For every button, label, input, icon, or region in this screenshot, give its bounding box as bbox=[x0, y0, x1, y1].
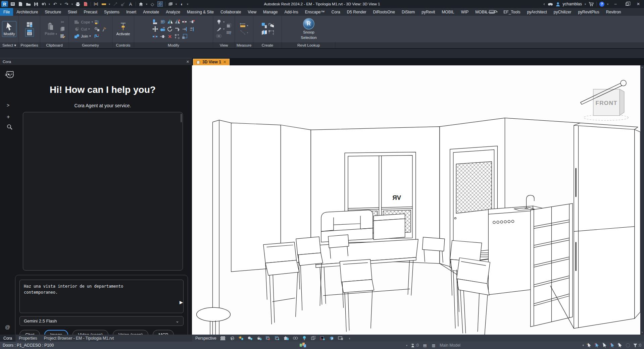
ribbon-tab[interactable]: MOBIL bbox=[438, 8, 457, 16]
ribbon-tab[interactable]: Structure bbox=[41, 8, 64, 16]
mode-button[interactable]: Voice (soon) bbox=[113, 330, 148, 335]
sync-caret-icon[interactable]: ▾ bbox=[49, 1, 50, 7]
close-button[interactable]: ✕ bbox=[634, 1, 643, 7]
offset-type-icon[interactable] bbox=[94, 19, 100, 25]
mirror-axis-icon[interactable] bbox=[167, 19, 173, 24]
measure-caret2-icon[interactable]: ▾ bbox=[247, 24, 248, 27]
paint-caret-icon[interactable]: ▾ bbox=[223, 27, 225, 31]
ribbon-tab[interactable]: Add-Ins bbox=[281, 8, 301, 16]
ribbon-tab[interactable]: WIP bbox=[458, 8, 472, 16]
prompt-input[interactable]: Haz una vista interior de un departament… bbox=[19, 280, 184, 313]
move-icon[interactable] bbox=[152, 26, 158, 32]
view-tab-close-icon[interactable]: ✕ bbox=[223, 60, 227, 64]
filter-button[interactable]: :0 bbox=[633, 343, 641, 348]
ribbon-panel-label[interactable]: Revit Lookup bbox=[282, 42, 336, 48]
render-icon[interactable] bbox=[256, 336, 262, 341]
trim-extend-single-icon[interactable] bbox=[182, 26, 188, 32]
worksharing-display-icon[interactable] bbox=[311, 336, 316, 341]
visual-style-toggle-icon[interactable]: ◐ bbox=[179, 1, 185, 7]
section-icon[interactable]: ◇ bbox=[150, 1, 155, 7]
user-avatar-icon[interactable] bbox=[556, 2, 560, 6]
new-chat-icon[interactable]: + bbox=[7, 114, 10, 120]
model-selector[interactable]: Gemini 2.5 Flash ⌄ bbox=[19, 316, 184, 326]
ribbon-tab[interactable]: Massing & Site bbox=[184, 8, 217, 16]
ribbon-tab[interactable]: View bbox=[244, 8, 260, 16]
align-icon[interactable] bbox=[152, 19, 158, 24]
group-icon[interactable] bbox=[268, 30, 274, 36]
join-icon[interactable] bbox=[74, 33, 80, 39]
perspective-label[interactable]: Perspective bbox=[195, 336, 216, 341]
ribbon-panel-label[interactable]: Geometry bbox=[69, 42, 112, 48]
wall-layers-icon[interactable] bbox=[261, 30, 267, 36]
model-display-icon[interactable] bbox=[229, 336, 235, 341]
prompt-caret-icon[interactable]: > bbox=[7, 103, 9, 108]
reveal-hidden-icon[interactable] bbox=[293, 336, 298, 341]
cora-chat-history[interactable] bbox=[23, 112, 183, 271]
print-icon[interactable] bbox=[75, 1, 81, 7]
ribbon-panel-label[interactable]: Modify bbox=[134, 42, 213, 48]
back-icon[interactable]: ‹ bbox=[544, 2, 545, 6]
workset-list-icon[interactable]: ▥ bbox=[431, 343, 436, 348]
store-cart-icon[interactable] bbox=[589, 2, 594, 6]
save-icon[interactable] bbox=[33, 1, 39, 7]
override-graphics-icon[interactable] bbox=[226, 30, 232, 36]
copy-icon[interactable] bbox=[160, 26, 165, 32]
default-3d-view-icon[interactable] bbox=[138, 1, 144, 7]
ribbon-panel-label[interactable]: Clipboard bbox=[40, 42, 69, 48]
minimize-button[interactable]: – bbox=[611, 1, 620, 7]
lightbulb-caret-icon[interactable]: ▾ bbox=[223, 20, 225, 23]
tab-overflow-icon[interactable]: » bbox=[485, 10, 487, 14]
ribbon-tab[interactable]: pyChilizer bbox=[550, 8, 575, 16]
switch-windows-caret-icon[interactable]: ▾ bbox=[176, 1, 177, 7]
ribbon-tab[interactable]: Cora bbox=[328, 8, 344, 16]
visual-style-icon[interactable] bbox=[220, 336, 226, 341]
tag-by-category-icon[interactable] bbox=[120, 1, 126, 7]
ribbon-tab[interactable]: D5 Render bbox=[344, 8, 370, 16]
mirror-draw-icon[interactable] bbox=[175, 19, 180, 24]
view-cube-display-icon[interactable] bbox=[329, 336, 334, 341]
new-file-icon[interactable] bbox=[18, 1, 23, 7]
ribbon-panel-label[interactable]: Select ▾ bbox=[0, 42, 19, 48]
ribbon-tab[interactable]: Annotate bbox=[140, 8, 162, 16]
revit-logo-icon[interactable]: R bbox=[1, 1, 8, 7]
split-element-icon[interactable] bbox=[182, 19, 188, 24]
customize-qat-caret-icon[interactable]: ▾ bbox=[187, 1, 188, 7]
ribbon-state-caret-icon[interactable]: ▾ bbox=[496, 10, 498, 13]
select-underlay-toggle[interactable]: ✕ bbox=[595, 343, 599, 348]
type-properties-icon[interactable] bbox=[27, 21, 32, 27]
vertical-scrollbar[interactable]: ˄ ˅ bbox=[640, 65, 644, 335]
active-workset-select[interactable]: Main Model ▾ bbox=[440, 343, 584, 348]
redo-icon[interactable]: ↷ bbox=[64, 1, 69, 7]
mode-button[interactable]: Chat bbox=[19, 330, 40, 335]
delete-icon[interactable]: ✕ bbox=[167, 34, 173, 39]
drag-elements-toggle[interactable]: ✛ bbox=[618, 343, 623, 348]
measure-caret-icon[interactable]: ▾ bbox=[109, 1, 110, 7]
paint-icon[interactable] bbox=[216, 26, 222, 32]
ribbon-tab[interactable]: Insert bbox=[123, 8, 140, 16]
activate-button[interactable]: Activate bbox=[115, 21, 132, 37]
measure-icon[interactable] bbox=[101, 1, 106, 7]
restore-button[interactable] bbox=[623, 1, 631, 7]
ribbon-tab[interactable]: Revitron bbox=[603, 8, 625, 16]
wall-joins-icon[interactable] bbox=[94, 33, 100, 39]
match-type-icon[interactable] bbox=[60, 33, 65, 39]
select-pinned-toggle[interactable]: ⊤ bbox=[603, 343, 607, 348]
cube-display-icon[interactable] bbox=[226, 23, 232, 28]
editable-only-toggle[interactable]: :0 bbox=[411, 343, 419, 348]
ribbon-tab[interactable]: DiRootsOne bbox=[370, 8, 398, 16]
sun-settings-icon[interactable] bbox=[238, 336, 244, 341]
pin-icon[interactable] bbox=[160, 34, 165, 39]
help-icon[interactable]: ? bbox=[599, 2, 604, 7]
split-gap-icon[interactable] bbox=[152, 34, 158, 39]
cora-close-icon[interactable]: ✕ bbox=[186, 60, 189, 64]
analysis-display-icon[interactable] bbox=[320, 336, 325, 341]
dock-tab[interactable]: Cora bbox=[0, 335, 15, 342]
view-tab-3d-view-1[interactable]: 3D View 1 ✕ bbox=[193, 59, 230, 65]
worksharing-status-icon[interactable] bbox=[300, 344, 306, 347]
undo-caret-icon[interactable]: ▾ bbox=[60, 1, 61, 7]
aligned-dimension-icon[interactable] bbox=[93, 1, 99, 7]
demolish-hammer-icon[interactable] bbox=[101, 26, 107, 32]
text-icon[interactable]: A bbox=[128, 1, 133, 7]
create-similar-icon[interactable] bbox=[268, 23, 274, 28]
component-icon[interactable] bbox=[261, 23, 267, 28]
